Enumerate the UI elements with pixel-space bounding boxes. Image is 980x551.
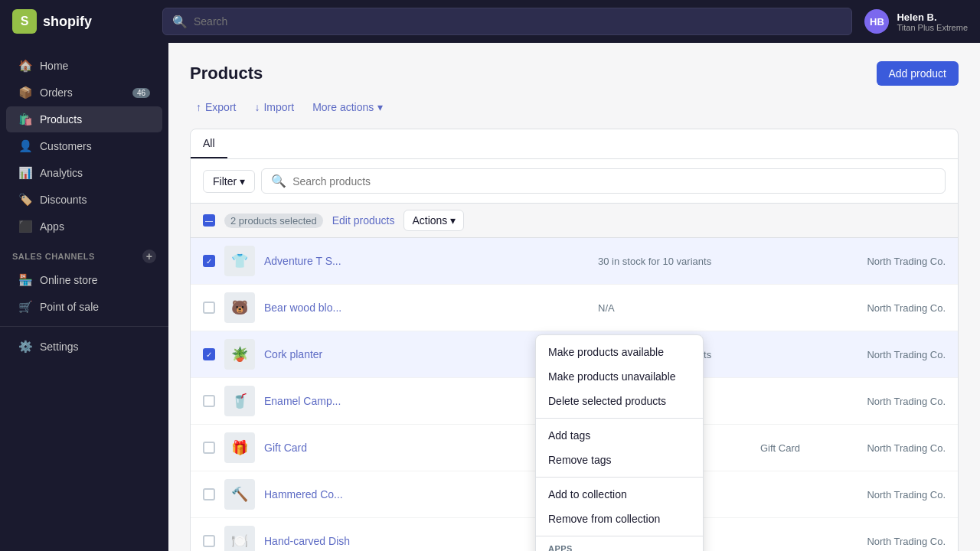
dropdown-item-remove-tags[interactable]: Remove tags: [536, 448, 703, 472]
add-sales-channel-button[interactable]: +: [142, 249, 156, 263]
dropdown-item-add-collection[interactable]: Add to collection: [536, 482, 703, 507]
product-thumbnail: 🎁: [224, 432, 255, 463]
user-info: HB Helen B. Titan Plus Extreme: [864, 9, 968, 34]
sidebar-item-label: Point of sale: [40, 301, 99, 313]
sidebar-item-products[interactable]: 🛍️ Products: [6, 106, 162, 132]
sidebar-channels: 🏪 Online store 🛒 Point of sale: [0, 267, 168, 320]
row-checkbox[interactable]: [203, 395, 215, 407]
select-all-checkbox[interactable]: —: [203, 214, 215, 227]
apps-section-label: APPS: [536, 541, 703, 551]
sidebar: 🏠 Home 📦 Orders 46 🛍️ Products 👤 Custome…: [0, 43, 168, 551]
sidebar-item-point-of-sale[interactable]: 🛒 Point of sale: [6, 294, 162, 320]
row-checkbox[interactable]: ✓: [203, 348, 215, 360]
product-name[interactable]: Adventure T S...: [264, 255, 589, 267]
home-icon: 🏠: [18, 59, 32, 73]
row-checkbox[interactable]: [203, 535, 215, 547]
toolbar: ↑ Export ↓ Import More actions ▾: [190, 98, 959, 116]
sidebar-item-label: Orders: [40, 86, 73, 99]
product-stock: 30 in stock for 10 variants: [598, 256, 751, 267]
sales-channels-section: SALES CHANNELS +: [0, 240, 168, 266]
user-details: Helen B. Titan Plus Extreme: [897, 11, 968, 32]
search-icon: 🔍: [172, 15, 188, 29]
sidebar-item-orders[interactable]: 📦 Orders 46: [6, 80, 162, 106]
import-icon: ↓: [254, 101, 260, 113]
sidebar-item-label: Home: [40, 60, 68, 72]
sidebar-item-settings[interactable]: ⚙️ Settings: [6, 334, 162, 360]
page-header: Products Add product: [190, 61, 959, 86]
selection-bar: — 2 products selected Edit products Acti…: [191, 204, 958, 238]
shopify-logo: S shopify: [12, 9, 150, 34]
more-actions-button[interactable]: More actions ▾: [306, 98, 389, 116]
dropdown-item-delete[interactable]: Delete selected products: [536, 389, 703, 413]
filter-button[interactable]: Filter ▾: [203, 170, 255, 193]
orders-icon: 📦: [18, 86, 32, 99]
customers-icon: 👤: [18, 139, 32, 153]
dropdown-item-make-unavailable[interactable]: Make products unavailable: [536, 364, 703, 389]
dropdown-divider: [536, 536, 703, 536]
search-input[interactable]: [194, 15, 842, 28]
product-vendor: North Trading Co.: [831, 442, 946, 454]
page-title: Products: [190, 64, 263, 83]
tabs: All: [191, 129, 958, 159]
sidebar-item-customers[interactable]: 👤 Customers: [6, 133, 162, 159]
sidebar-item-label: Products: [40, 113, 82, 126]
product-vendor: North Trading Co.: [831, 536, 946, 547]
product-thumbnail: 🥤: [224, 386, 255, 416]
filter-chevron-icon: ▾: [240, 175, 245, 187]
user-plan: Titan Plus Extreme: [897, 23, 968, 32]
table-row: 🐻 Bear wood blo... N/A North Trading Co.: [191, 285, 958, 331]
app-layout: 🏠 Home 📦 Orders 46 🛍️ Products 👤 Custome…: [0, 43, 980, 551]
chevron-down-icon: ▾: [377, 101, 383, 113]
actions-button[interactable]: Actions ▾: [403, 210, 464, 231]
main-inner: Products Add product ↑ Export ↓ Import M…: [168, 43, 980, 551]
dropdown-item-add-tags[interactable]: Add tags: [536, 423, 703, 448]
tab-all[interactable]: All: [191, 129, 227, 158]
product-thumbnail: 🔨: [224, 479, 255, 510]
product-thumbnail: 🐻: [224, 292, 255, 323]
row-checkbox[interactable]: [203, 488, 215, 500]
export-button[interactable]: ↑ Export: [190, 98, 242, 116]
sidebar-bottom: ⚙️ Settings: [0, 326, 168, 360]
row-checkbox[interactable]: [203, 442, 215, 454]
filter-row: Filter ▾ 🔍: [191, 159, 958, 204]
table-row: ✓ 👕 Adventure T S... 30 in stock for 10 …: [191, 238, 958, 285]
sidebar-item-label: Discounts: [40, 194, 87, 206]
product-vendor: North Trading Co.: [831, 396, 946, 407]
shopify-logo-icon: S: [12, 9, 37, 34]
dropdown-divider: [536, 418, 703, 419]
import-button[interactable]: ↓ Import: [248, 98, 300, 116]
online-store-icon: 🏪: [18, 273, 32, 287]
sidebar-item-label: Analytics: [40, 167, 83, 179]
edit-products-button[interactable]: Edit products: [332, 214, 395, 227]
add-product-button[interactable]: Add product: [877, 61, 959, 86]
search-products-input[interactable]: [292, 175, 936, 187]
products-icon: 🛍️: [18, 112, 32, 126]
sidebar-item-online-store[interactable]: 🏪 Online store: [6, 267, 162, 293]
search-products-icon: 🔍: [271, 174, 286, 188]
point-of-sale-icon: 🛒: [18, 300, 32, 314]
sidebar-item-apps[interactable]: ⬛ Apps: [6, 214, 162, 240]
main-content: Products Add product ↑ Export ↓ Import M…: [168, 43, 980, 551]
dropdown-divider: [536, 477, 703, 478]
top-bar: S shopify 🔍 HB Helen B. Titan Plus Extre…: [0, 0, 980, 43]
row-checkbox[interactable]: [203, 302, 215, 314]
product-vendor: North Trading Co.: [831, 489, 946, 500]
dropdown-item-remove-collection[interactable]: Remove from collection: [536, 507, 703, 531]
actions-dropdown-menu: Make products availableMake products una…: [535, 334, 704, 551]
product-search-bar[interactable]: 🔍: [261, 168, 946, 194]
export-icon: ↑: [196, 101, 201, 113]
dropdown-item-make-available[interactable]: Make products available: [536, 340, 703, 364]
product-thumbnail: 👕: [224, 246, 255, 276]
product-name[interactable]: Bear wood blo...: [264, 302, 589, 314]
search-bar[interactable]: 🔍: [162, 8, 852, 35]
product-thumbnail: 🪴: [224, 339, 255, 370]
sidebar-item-home[interactable]: 🏠 Home: [6, 53, 162, 79]
gear-icon: ⚙️: [18, 340, 32, 354]
product-vendor: North Trading Co.: [831, 349, 946, 360]
sidebar-item-analytics[interactable]: 📊 Analytics: [6, 160, 162, 186]
row-checkbox[interactable]: ✓: [203, 255, 215, 267]
discounts-icon: 🏷️: [18, 193, 32, 207]
user-name: Helen B.: [897, 11, 968, 23]
settings-label: Settings: [40, 341, 79, 353]
sidebar-item-discounts[interactable]: 🏷️ Discounts: [6, 187, 162, 213]
